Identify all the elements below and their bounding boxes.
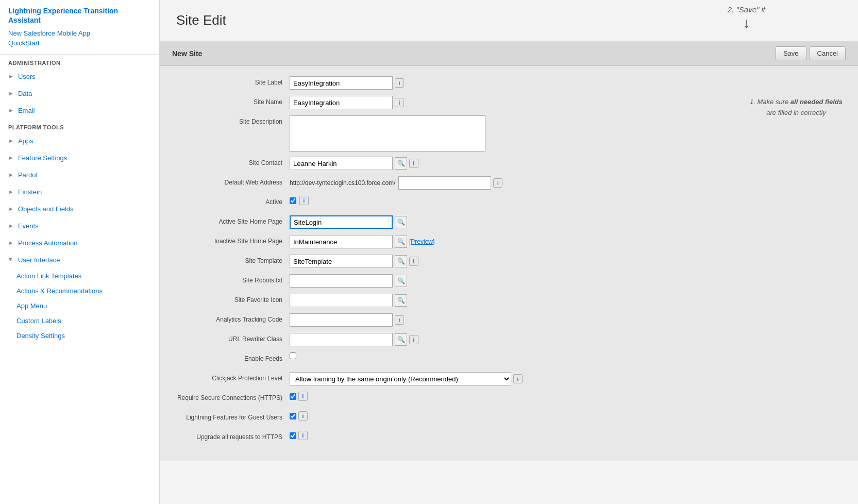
site-template-info-button[interactable]: i [409,257,418,266]
site-description-row: Site Description [176,115,842,152]
annotation-fields: 1. Make sure all needed fieldsare filled… [750,97,843,119]
site-contact-info-button[interactable]: i [409,159,418,168]
default-web-address-input[interactable] [398,176,491,190]
site-name-row: Site Name i [176,96,842,110]
upgrade-requests-row: Upgrade all requests to HTTPS i [176,431,842,445]
sidebar-item-data[interactable]: ► Data [0,85,159,102]
analytics-tracking-input[interactable] [290,313,393,327]
sidebar-item-email[interactable]: ► Email [0,102,159,119]
site-name-input[interactable] [290,96,393,109]
enable-feeds-checkbox[interactable] [290,352,296,359]
main-content: Site Edit 2. "Save" it ↓ New Site Save C… [160,0,858,504]
sidebar-item-process-automation[interactable]: ► Process Automation [0,234,159,251]
site-robots-lookup-button[interactable]: 🔍 [395,275,407,287]
site-contact-row: Site Contact 🔍 i [176,157,842,171]
chevron-right-icon: ► [8,155,14,161]
url-rewriter-info-button[interactable]: i [409,335,418,344]
sidebar-item-einstein[interactable]: ► Einstein [0,183,159,200]
site-label-label: Site Label [176,76,290,86]
site-name-label: Site Name [176,96,290,106]
clickjack-row: Clickjack Protection Level Allow framing… [176,372,842,387]
form-panel: New Site Save Cancel 1. Make sure all ne… [160,41,858,461]
sidebar-item-feature-settings[interactable]: ► Feature Settings [0,149,159,166]
require-secure-info-button[interactable]: i [298,392,308,401]
site-favorite-icon-lookup-button[interactable]: 🔍 [395,294,407,307]
form-toolbar-buttons: Save Cancel [776,46,846,60]
clickjack-info-button[interactable]: i [513,374,523,383]
default-web-address-row: Default Web Address http://dev-tynteclog… [176,176,842,191]
active-controls: i [290,196,842,205]
url-rewriter-row: URL Rewriter Class 🔍 i [176,333,842,347]
site-label-controls: i [290,76,842,90]
site-contact-lookup-button[interactable]: 🔍 [395,157,407,170]
site-label-input[interactable] [290,76,393,90]
default-web-address-label: Default Web Address [176,176,290,186]
chevron-right-icon: ► [8,240,14,246]
site-description-controls [290,115,842,152]
active-checkbox[interactable] [290,197,296,204]
sidebar-sub-item-custom-labels[interactable]: Custom Labels [0,313,159,328]
upgrade-requests-info-button[interactable]: i [298,431,308,440]
active-site-home-page-lookup-button[interactable]: 🔍 [395,216,407,228]
site-contact-controls: 🔍 i [290,157,842,170]
analytics-tracking-info-button[interactable]: i [395,315,404,325]
form-body: 1. Make sure all needed fieldsare filled… [160,66,858,461]
site-template-lookup-button[interactable]: 🔍 [395,255,407,267]
url-rewriter-controls: 🔍 i [290,333,842,346]
active-site-home-page-label: Active Site Home Page [176,215,290,225]
default-web-address-info-button[interactable]: i [493,178,502,188]
url-rewriter-label: URL Rewriter Class [176,333,290,343]
sidebar-title: Lightning Experience Transition Assistan… [8,6,151,25]
sidebar-item-apps[interactable]: ► Apps [0,132,159,149]
annotation-save: 2. "Save" it ↓ [728,5,765,31]
site-name-info-button[interactable]: i [395,98,404,107]
form-toolbar-title: New Site [172,49,202,58]
site-contact-label: Site Contact [176,157,290,166]
site-label-row: Site Label i [176,76,842,91]
sidebar-item-pardot[interactable]: ► Pardot [0,166,159,183]
active-info-button[interactable]: i [299,196,309,205]
section-administration: ADMINISTRATION [0,55,159,68]
chevron-right-icon: ► [8,138,14,144]
url-rewriter-input[interactable] [290,333,393,346]
inactive-site-home-page-lookup-button[interactable]: 🔍 [395,236,407,248]
site-contact-input[interactable] [290,157,393,170]
clickjack-select[interactable]: Allow framing by the same origin only (R… [290,372,511,385]
require-secure-label: Require Secure Connections (HTTPS) [176,392,290,401]
save-button[interactable]: Save [776,46,806,60]
sidebar-item-user-interface[interactable]: ► User Interface [0,251,159,268]
cancel-button[interactable]: Cancel [810,46,846,60]
require-secure-row: Require Secure Connections (HTTPS) i [176,392,842,406]
site-robots-input[interactable] [290,274,393,288]
sidebar-sub-item-app-menu[interactable]: App Menu [0,298,159,313]
clickjack-controls: Allow framing by the same origin only (R… [290,372,842,385]
site-description-textarea[interactable] [290,115,485,152]
lightning-features-info-button[interactable]: i [298,411,308,421]
inactive-site-home-page-input[interactable] [290,235,393,248]
chevron-right-icon: ► [8,189,14,195]
sidebar-sub-item-density-settings[interactable]: Density Settings [0,328,159,343]
url-rewriter-lookup-button[interactable]: 🔍 [395,333,407,346]
analytics-tracking-label: Analytics Tracking Code [176,313,290,323]
sidebar-item-objects-and-fields[interactable]: ► Objects and Fields [0,200,159,217]
lightning-features-label: Lightning Features for Guest Users [176,411,290,421]
require-secure-checkbox[interactable] [290,393,296,400]
lightning-features-checkbox[interactable] [290,413,296,419]
upgrade-requests-checkbox[interactable] [290,432,296,439]
site-template-input[interactable] [290,255,393,268]
site-label-info-button[interactable]: i [395,78,404,88]
section-platform-tools: PLATFORM TOOLS [0,119,159,132]
site-template-label: Site Template [176,255,290,264]
annotation-arrow-icon: ↓ [728,15,765,31]
active-site-home-page-controls: 🔍 [290,215,842,229]
sidebar-sub-item-action-link-templates[interactable]: Action Link Templates [0,268,159,283]
sidebar-item-events[interactable]: ► Events [0,217,159,234]
sidebar-sub-item-actions-recommendations[interactable]: Actions & Recommendations [0,283,159,298]
sidebar-item-users[interactable]: ► Users [0,68,159,85]
preview-link[interactable]: [Preview] [409,238,434,245]
enable-feeds-row: Enable Feeds [176,352,842,367]
site-favorite-icon-input[interactable] [290,294,393,307]
active-site-home-page-input[interactable] [290,215,393,229]
sidebar-header: Lightning Experience Transition Assistan… [0,0,159,55]
form-toolbar: New Site Save Cancel [160,41,858,66]
